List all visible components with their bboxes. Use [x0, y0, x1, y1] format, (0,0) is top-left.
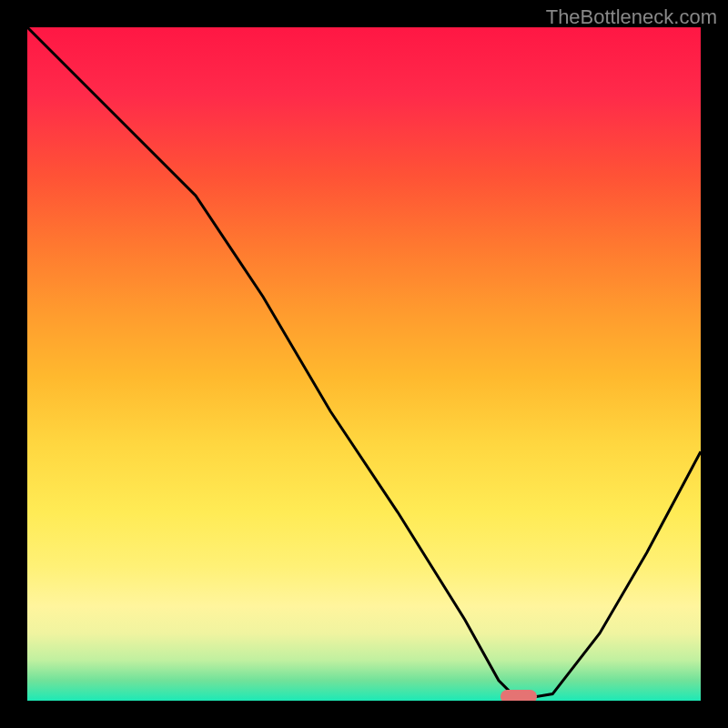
optimal-marker [500, 690, 537, 701]
plot-area [27, 27, 701, 701]
watermark-text: TheBottleneck.com [546, 5, 717, 29]
bottleneck-curve [27, 27, 701, 701]
chart-container: TheBottleneck.com [0, 0, 728, 728]
